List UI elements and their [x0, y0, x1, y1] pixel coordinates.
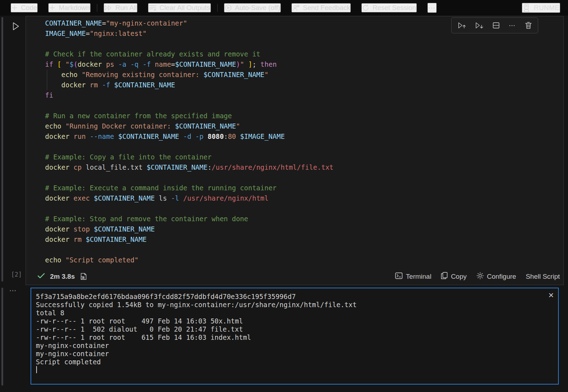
plus-icon — [49, 5, 55, 11]
add-code-label: Code — [21, 4, 37, 12]
code-line: # Example: Copy a file into the containe… — [45, 152, 563, 162]
reset-icon — [362, 4, 369, 11]
add-markdown-label: Markdown — [59, 4, 90, 12]
success-check-icon — [38, 273, 45, 281]
auto-save-label: Auto-Save (off) — [235, 4, 280, 12]
send-feedback-button[interactable]: Send Feedback — [291, 3, 351, 12]
code-line: docker exec $CONTAINER_NAME ls -l /usr/s… — [45, 193, 563, 203]
output-line: Script completed — [36, 358, 544, 366]
output-line: -rw-r--r-- 1 502 dialout 0 Feb 20 21:47 … — [36, 325, 544, 333]
execution-count: [2] — [11, 271, 22, 278]
code-line — [45, 142, 563, 152]
ellipsis-icon: ⋯ — [509, 21, 516, 29]
run-all-button[interactable]: Run All — [104, 3, 137, 12]
language-label: Shell Script — [526, 273, 560, 281]
code-line: docker rm -f $CONTAINER_NAME — [45, 80, 563, 90]
execution-duration: 2m 3.8s — [50, 273, 75, 281]
code-line: docker stop $CONTAINER_NAME — [45, 224, 563, 234]
delete-cell-button[interactable] — [525, 22, 532, 29]
runme-brand-button[interactable]: RUNME — [522, 3, 560, 13]
code-line — [45, 100, 563, 111]
output-line: my-nginx-container — [36, 342, 544, 350]
output-lines: 5f3a715a9a8be2efd6176bdaa096f3fcdd82f57d… — [36, 293, 544, 366]
output-line: -rw-r--r-- 1 root root 497 Feb 14 16:03 … — [36, 317, 544, 325]
output-line: my-nginx-container — [36, 350, 544, 358]
split-cell-button[interactable] — [492, 22, 500, 29]
play-icon — [11, 27, 21, 32]
runme-logo-icon — [523, 4, 530, 12]
output-focus-indicator — [1, 288, 3, 386]
runme-brand-label: RUNME — [534, 4, 559, 12]
code-line: docker cp local_file.txt $CONTAINER_NAME… — [45, 162, 563, 173]
clear-all-outputs-button[interactable]: Clear All Outputs — [148, 3, 211, 12]
code-line: fi — [45, 90, 563, 100]
copy-icon — [441, 272, 448, 281]
configure-cell-button[interactable]: Configure — [476, 272, 516, 281]
toolbar-separator — [217, 4, 218, 12]
run-all-label: Run All — [115, 4, 137, 12]
more-icon: ⋯ — [428, 4, 436, 12]
terminal-label: Terminal — [406, 273, 431, 281]
output-line: 5f3a715a9a8be2efd6176bdaa096f3fcdd82f57d… — [36, 293, 544, 301]
language-picker[interactable]: Shell Script — [526, 273, 560, 281]
cell-status-bar: 2m 3.8s Terminal Copy Configure Sh — [26, 268, 563, 285]
auto-save-toggle[interactable]: Auto-Save (off) — [224, 3, 281, 12]
ellipsis-icon: ⋯ — [9, 287, 17, 294]
code-line: if [ "$(docker ps -a -q -f name=$CONTAIN… — [45, 59, 563, 70]
code-line: echo "Script completed" — [45, 255, 563, 265]
code-line: echo "Removing existing container: $CONT… — [45, 70, 563, 80]
close-output-button[interactable]: × — [548, 290, 554, 300]
output-line: Successfully copied 1.54kB to my-nginx-c… — [36, 301, 544, 309]
notebook-window: Code Markdown Run All Clear All Outputs … — [0, 0, 568, 392]
toolbar-separator — [97, 4, 97, 12]
close-icon: × — [548, 290, 554, 300]
code-line: # Run a new container from the specified… — [45, 111, 563, 121]
clear-outputs-icon — [149, 5, 156, 11]
cell-output[interactable]: 5f3a715a9a8be2efd6176bdaa096f3fcdd82f57d… — [31, 288, 559, 385]
output-line: -rw-r--r-- 1 root root 615 Feb 14 16:03 … — [36, 333, 544, 342]
code-line: # Example: Execute a command inside the … — [45, 183, 563, 193]
output-line: total 8 — [36, 309, 544, 317]
code-line: docker rm $CONTAINER_NAME — [45, 234, 563, 245]
code-line: # Example: Stop and remove the container… — [45, 214, 563, 224]
export-session-output-button[interactable] — [80, 273, 87, 280]
reset-session-label: Reset Session — [372, 4, 416, 12]
code-line — [45, 173, 563, 183]
terminal-cursor — [36, 366, 37, 373]
code-line: # Check if the container already exists … — [45, 49, 563, 59]
configure-label: Configure — [487, 273, 516, 281]
execute-below-button[interactable] — [475, 22, 484, 29]
code-line — [45, 203, 563, 214]
reset-session-button[interactable]: Reset Session — [361, 3, 417, 12]
code-line: docker run --name $CONTAINER_NAME -d -p … — [45, 131, 563, 142]
code-cell: CONTAINER_NAME="my-nginx-container"IMAGE… — [26, 16, 564, 285]
cell-more-actions-button[interactable]: ⋯ — [509, 21, 516, 29]
add-code-cell-button[interactable]: Code — [11, 3, 38, 12]
add-markdown-cell-button[interactable]: Markdown — [48, 3, 91, 12]
send-feedback-label: Send Feedback — [303, 4, 350, 12]
indent-guide — [47, 70, 47, 90]
run-cell-button[interactable] — [11, 21, 21, 31]
gear-icon — [476, 272, 484, 281]
code-line — [45, 245, 563, 255]
open-terminal-button[interactable]: Terminal — [395, 272, 431, 281]
copy-label: Copy — [451, 273, 466, 281]
feedback-icon — [292, 5, 300, 11]
run-all-icon — [104, 5, 112, 11]
plus-icon — [11, 5, 18, 11]
notebook-toolbar: Code Markdown Run All Clear All Outputs … — [0, 0, 568, 16]
copy-output-button[interactable]: Copy — [441, 272, 466, 281]
code-line: echo "Running Docker container: $CONTAIN… — [45, 121, 563, 131]
code-editor[interactable]: CONTAINER_NAME="my-nginx-container"IMAGE… — [26, 16, 563, 268]
terminal-icon — [395, 272, 403, 281]
clear-outputs-label: Clear All Outputs — [159, 4, 210, 12]
auto-save-icon — [225, 4, 232, 11]
toolbar-more-button[interactable]: ⋯ — [427, 3, 437, 13]
code-line — [45, 39, 563, 49]
cell-toolbar: ⋯ — [451, 17, 538, 33]
execute-above-button[interactable] — [458, 22, 466, 29]
output-options-button[interactable]: ⋯ — [9, 286, 17, 295]
cell-focus-indicator — [1, 17, 3, 282]
